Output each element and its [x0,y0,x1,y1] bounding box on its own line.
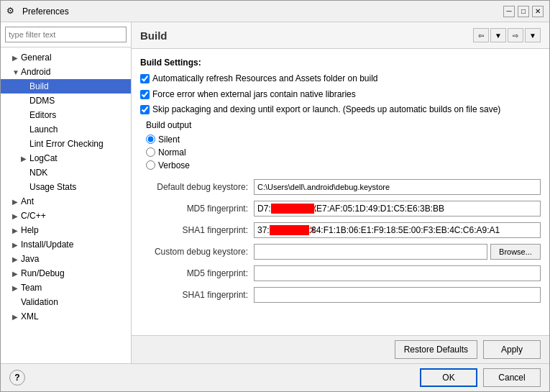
radio-verbose: Verbose [146,160,541,170]
checkbox-row-2: Force error when external jars contain n… [140,89,541,101]
sidebar-item-launch[interactable]: Launch [1,122,131,137]
sidebar-item-run-debug[interactable]: ▶ Run/Debug [1,266,131,281]
panel-title: Build [140,29,168,42]
chevron-right-icon: ▶ [12,313,21,321]
form-section: Default debug keystore: MD5 fingerprint:… [140,179,541,303]
ok-button[interactable]: OK [420,368,477,387]
chevron-right-icon: ▶ [12,241,21,249]
build-settings-title: Build Settings: [140,58,541,68]
chevron-right-icon: ▶ [12,198,21,206]
sidebar-item-cpp[interactable]: ▶ C/C++ [1,209,131,223]
md5-prefix: D7: [257,204,271,214]
radio-normal-input[interactable] [146,147,155,157]
chevron-right-icon: ▶ [12,212,21,220]
sidebar-item-lint[interactable]: Lint Error Checking [1,137,131,151]
close-button[interactable]: ✕ [532,6,544,17]
sidebar-label: Team [21,283,128,293]
sidebar-item-general[interactable]: ▶ General [1,50,131,65]
sidebar-item-java[interactable]: ▶ Java [1,252,131,266]
panel-header: Build ⇦ ▼ ⇨ ▼ [132,22,549,49]
sidebar-label: Java [21,254,128,264]
md5-fingerprint-row-2: MD5 fingerprint: [140,265,541,281]
md5-fingerprint-label-1: MD5 fingerprint: [140,204,248,214]
forward-nav-button[interactable]: ⇨ [508,28,523,42]
panel-body: Build Settings: Automatically refresh Re… [132,49,549,335]
radio-silent-input[interactable] [146,135,155,144]
filter-input[interactable] [5,27,127,42]
force-error-label: Force error when external jars contain n… [152,89,356,101]
window-title: Preferences [22,6,503,17]
sha1-fingerprint-row-2: SHA1 fingerprint: [140,287,541,303]
sidebar-item-editors[interactable]: Editors [1,108,131,122]
chevron-down-icon: ▼ [12,68,21,76]
tree-container: ▶ General ▼ Android Build DDMS Editors [1,47,131,363]
sidebar-item-android[interactable]: ▼ Android [1,65,131,79]
sidebar-item-ant[interactable]: ▶ Ant [1,194,131,209]
main-content: ▶ General ▼ Android Build DDMS Editors [1,22,549,363]
maximize-button[interactable]: □ [518,6,529,17]
sidebar-item-validation[interactable]: Validation [1,295,131,309]
sidebar-item-build[interactable]: Build [1,79,131,94]
custom-debug-keystore-row: Custom debug keystore: Browse... [140,244,541,260]
sidebar-item-ddms[interactable]: DDMS [1,94,131,108]
title-bar: ⚙ Preferences ─ □ ✕ [1,1,549,22]
sidebar-item-help[interactable]: ▶ Help [1,223,131,237]
skip-packaging-label: Skip packaging and dexing until export o… [152,104,500,116]
custom-debug-keystore-input-group: Browse... [254,244,541,260]
sidebar-label: Usage Stats [29,182,128,192]
sidebar-item-team[interactable]: ▶ Team [1,281,131,295]
sidebar-item-usage-stats[interactable]: Usage Stats [1,180,131,194]
sidebar-label: Android [21,67,128,77]
sidebar-label: Ant [21,196,128,206]
restore-defaults-button[interactable]: Restore Defaults [395,340,477,359]
window-controls: ─ □ ✕ [503,6,544,17]
chevron-right-icon: ▶ [12,54,21,62]
app-icon: ⚙ [6,6,18,17]
sidebar-label: General [21,53,128,63]
sha1-redacted: XXXXXXXX [270,225,309,235]
sidebar-label: Install/Update [21,240,128,250]
nav-dropdown-button[interactable]: ▼ [490,28,506,42]
sidebar-label: NDK [29,168,128,178]
chevron-right-icon: ▶ [12,284,21,292]
chevron-right-icon: ▶ [12,227,21,234]
md5-redacted: XXXXXXXX [271,204,314,214]
md5-fingerprint-input-2[interactable] [254,265,541,281]
help-button[interactable]: ? [9,370,25,386]
sidebar-label: C/C++ [21,211,128,221]
sidebar-label: Lint Error Checking [29,139,128,149]
auto-refresh-checkbox[interactable] [140,74,150,83]
radio-silent-label: Silent [158,135,180,145]
custom-debug-keystore-label: Custom debug keystore: [140,247,248,257]
browse-button[interactable]: Browse... [490,244,541,260]
sidebar-label: XML [21,311,128,322]
sidebar-label: Run/Debug [21,268,128,278]
chevron-right-icon: ▶ [12,255,21,263]
apply-button[interactable]: Apply [483,340,541,359]
checkbox-row-3: Skip packaging and dexing until export o… [140,104,541,116]
sidebar-item-xml[interactable]: ▶ XML [1,309,131,324]
minimize-button[interactable]: ─ [503,6,515,17]
default-debug-keystore-input[interactable] [254,179,541,195]
build-output-title: Build output [146,120,541,130]
nav-dropdown2-button[interactable]: ▼ [525,28,541,42]
back-nav-button[interactable]: ⇦ [473,28,489,42]
sidebar-label: Launch [29,124,128,135]
sha1-fingerprint-input-2[interactable] [254,287,541,303]
sidebar-item-logcat[interactable]: ▶ LogCat [1,151,131,165]
radio-verbose-input[interactable] [146,160,155,170]
md5-suffix: :E7:AF:05:1D:49:D1:C5:E6:3B:BB [314,204,444,214]
dialog-buttons: OK Cancel [420,368,541,387]
skip-packaging-checkbox[interactable] [140,105,150,114]
custom-debug-keystore-input[interactable] [254,244,487,260]
auto-refresh-label: Automatically refresh Resources and Asse… [152,73,378,85]
cancel-button[interactable]: Cancel [483,368,541,387]
force-error-checkbox[interactable] [140,90,150,99]
chevron-right-icon: ▶ [21,155,29,163]
sidebar-item-ndk[interactable]: NDK [1,165,131,180]
radio-verbose-label: Verbose [158,160,190,170]
panel-nav: ⇦ ▼ ⇨ ▼ [473,28,541,42]
sidebar-item-install-update[interactable]: ▶ Install/Update [1,237,131,252]
checkbox-row-1: Automatically refresh Resources and Asse… [140,73,541,85]
radio-normal: Normal [146,147,541,158]
